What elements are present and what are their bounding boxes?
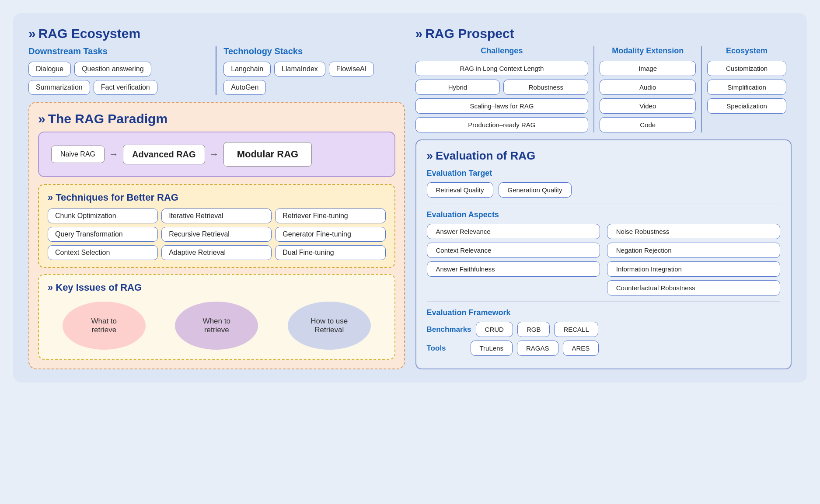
divider-2 (427, 302, 781, 302)
tag-langchain: Langchain (223, 62, 271, 76)
key-issues-section: Key Issues of RAG What toretrieve When t… (38, 274, 395, 360)
right-column: RAG Prospect Challenges RAG in Long Cont… (415, 26, 792, 369)
tag-retrieval-quality: Retrieval Quality (427, 182, 493, 198)
eval-aspects-label: Evaluation Aspects (427, 210, 781, 219)
downstream-label: Downstream Tasks (28, 46, 209, 56)
tag-summarization: Summarization (28, 80, 90, 95)
tag-generation-quality: Generation Quality (499, 182, 572, 198)
blob-when: When toretrieve (175, 302, 258, 350)
tag-noise-robustness: Noise Robustness (607, 224, 780, 239)
tag-rag-long-context: RAG in Long Context Length (415, 61, 589, 76)
tag-robustness: Robustness (503, 80, 588, 95)
tag-recursive-ret: Recursive Retrieval (161, 227, 272, 242)
downstream-col: Downstream Tasks Dialogue Question answe… (28, 46, 216, 95)
arrow-2: → (209, 149, 219, 160)
tag-answer-relevance: Answer Relevance (427, 224, 600, 239)
modality-col: Modality Extension Image Audio Video Cod… (594, 46, 702, 132)
rag-paradigm-section: The RAG Paradigm Naive RAG → Advanced RA… (28, 102, 405, 369)
tag-ragas: RAGAS (517, 341, 558, 356)
tag-specialization: Specialization (707, 98, 786, 114)
tag-dialogue: Dialogue (28, 62, 71, 76)
challenges-row2: Hybrid Robustness (415, 80, 589, 95)
tag-code: Code (600, 117, 696, 132)
tech-stack-tags: Langchain LlamaIndex FlowiseAI AutoGen (223, 62, 398, 95)
challenges-col: Challenges RAG in Long Context Length Hy… (415, 46, 595, 132)
blob-how-label: How to useRetrieval (311, 317, 348, 334)
benchmarks-label: Benchmarks (427, 325, 471, 334)
blob-what: What toretrieve (63, 302, 146, 350)
eval-target-label: Evaluation Target (427, 169, 781, 178)
modality-label: Modality Extension (600, 46, 696, 56)
tools-row: Tools TruLens RAGAS ARES (427, 341, 781, 356)
tag-llamaindex: LlamaIndex (274, 62, 325, 76)
tag-crud: CRUD (476, 322, 513, 337)
tag-information-integration: Information Integration (607, 261, 780, 277)
eval-aspects-right: Noise Robustness Negation Rejection Info… (607, 224, 780, 295)
tag-counterfactual-robustness: Counterfactual Robustness (607, 280, 780, 295)
tag-autogen: AutoGen (223, 80, 266, 95)
techniques-grid: Chunk Optimization Iterative Retrieval R… (48, 209, 386, 260)
ecosystem-prospect-col: Ecosystem Customization Simplification S… (702, 46, 792, 132)
divider-1 (427, 204, 781, 204)
techniques-section: Techniques for Better RAG Chunk Optimiza… (38, 184, 395, 268)
tag-ares: ARES (563, 341, 599, 356)
tag-iterative-ret: Iterative Retrieval (161, 209, 272, 223)
tag-chunk-opt: Chunk Optimization (48, 209, 158, 223)
naive-rag: Naive RAG (51, 146, 105, 163)
prospect-grid: Challenges RAG in Long Context Length Hy… (415, 46, 792, 132)
advanced-rag: Advanced RAG (123, 145, 205, 164)
tag-question-answering: Question answering (74, 62, 151, 76)
blobs-container: What toretrieve When toretrieve How to u… (48, 299, 386, 352)
tag-hybrid: Hybrid (415, 80, 500, 95)
tag-image: Image (600, 61, 696, 76)
eval-title: Evaluation of RAG (427, 149, 781, 163)
rag-prospect-section: RAG Prospect Challenges RAG in Long Cont… (415, 26, 792, 132)
eval-framework-label: Evaluation Framework (427, 308, 781, 317)
tag-simplification: Simplification (707, 80, 786, 95)
tag-production-ready: Production–ready RAG (415, 117, 589, 132)
benchmarks-row: Benchmarks CRUD RGB RECALL (427, 322, 781, 337)
tag-rgb: RGB (517, 322, 550, 337)
eval-section: Evaluation of RAG Evaluation Target Retr… (415, 139, 792, 369)
modality-tags: Image Audio Video Code (600, 61, 696, 132)
tag-adaptive-ret: Adaptive Retrieval (161, 245, 272, 260)
challenges-tags: RAG in Long Context Length Hybrid Robust… (415, 61, 589, 132)
tag-context-sel: Context Selection (48, 245, 158, 260)
tag-flowiseai: FlowiseAI (329, 62, 374, 76)
blob-when-label: When toretrieve (203, 317, 230, 334)
tag-context-relevance: Context Relevance (427, 243, 600, 258)
tag-fact-verification: Fact verification (94, 80, 157, 95)
tag-customization: Customization (707, 61, 786, 76)
ecosystem-title: RAG Ecosystem (28, 26, 405, 41)
prospect-title: RAG Prospect (415, 26, 792, 41)
paradigm-steps: Naive RAG → Advanced RAG → Modular RAG (38, 132, 395, 177)
modular-rag: Modular RAG (223, 142, 312, 167)
rag-ecosystem-section: RAG Ecosystem Downstream Tasks Dialogue … (28, 26, 405, 95)
tag-audio: Audio (600, 80, 696, 95)
eval-target-row: Retrieval Quality Generation Quality (427, 182, 781, 198)
ecosystem-grid: Downstream Tasks Dialogue Question answe… (28, 46, 405, 95)
tag-scaling-laws: Scaling–laws for RAG (415, 98, 589, 114)
blob-what-label: What toretrieve (91, 317, 117, 334)
tag-video: Video (600, 98, 696, 114)
challenges-label: Challenges (415, 46, 589, 56)
arrow-1: → (109, 149, 119, 160)
tag-trulens: TruLens (471, 341, 513, 356)
left-column: RAG Ecosystem Downstream Tasks Dialogue … (28, 26, 405, 369)
tools-label: Tools (427, 344, 466, 353)
ecosystem-prospect-label: Ecosystem (707, 46, 786, 56)
tag-query-transform: Query Transformation (48, 227, 158, 242)
eval-aspects-layout: Answer Relevance Context Relevance Answe… (427, 224, 781, 295)
techniques-title: Techniques for Better RAG (48, 192, 386, 203)
downstream-tags: Dialogue Question answering Summarizatio… (28, 62, 209, 95)
paradigm-title: The RAG Paradigm (38, 111, 395, 126)
ecosystem-prospect-tags: Customization Simplification Specializat… (707, 61, 786, 114)
tech-stack-col: Technology Stacks Langchain LlamaIndex F… (216, 46, 405, 95)
key-issues-title: Key Issues of RAG (48, 282, 386, 293)
tag-answer-faithfulness: Answer Faithfulness (427, 261, 600, 277)
tag-generator-ft: Generator Fine-tuning (275, 227, 385, 242)
tag-retriever-ft: Retriever Fine-tuning (275, 209, 385, 223)
tech-stack-label: Technology Stacks (223, 46, 398, 56)
eval-aspects-left: Answer Relevance Context Relevance Answe… (427, 224, 600, 295)
tag-negation-rejection: Negation Rejection (607, 243, 780, 258)
